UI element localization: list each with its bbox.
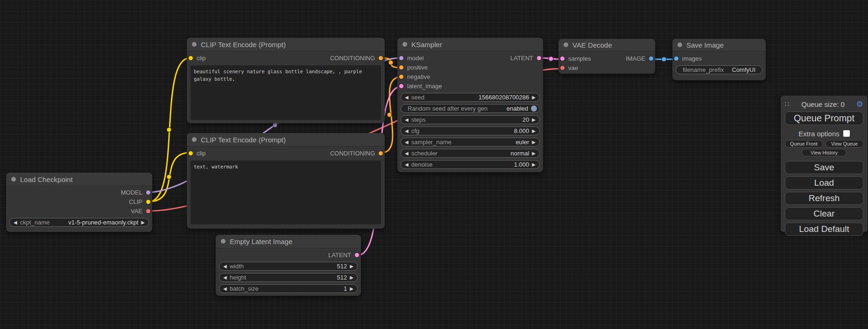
clip-input-pin[interactable]	[188, 56, 193, 61]
node-titlebar[interactable]: CLIP Text Encode (Prompt)	[187, 133, 385, 146]
stepper-left-icon[interactable]: ◀	[405, 162, 409, 167]
node-titlebar[interactable]: CLIP Text Encode (Prompt)	[187, 38, 385, 51]
stepper-left-icon[interactable]: ◀	[405, 129, 409, 133]
stepper-left-icon[interactable]: ◀	[405, 151, 409, 156]
batch-size-widget[interactable]: ◀ batch_size 1 ▶	[219, 284, 358, 293]
node-collapse-dot[interactable]	[192, 137, 197, 142]
stepper-left-icon[interactable]: ◀	[223, 264, 227, 269]
node-collapse-dot[interactable]	[221, 239, 226, 244]
scheduler-widget[interactable]: ◀ scheduler normal ▶	[401, 149, 540, 158]
model-output-pin[interactable]	[146, 190, 151, 195]
link-midpoint-dot[interactable]	[662, 57, 666, 62]
stepper-left-icon[interactable]: ◀	[14, 220, 17, 225]
input-label: latent_image	[407, 83, 442, 90]
output-label: CONDITIONING	[330, 55, 375, 62]
node-titlebar[interactable]: VAE Decode	[558, 39, 655, 51]
stepper-left-icon[interactable]: ◀	[223, 275, 227, 280]
node-titlebar[interactable]: KSampler	[397, 38, 543, 51]
cfg-widget[interactable]: ◀ cfg 8.000 ▶	[401, 126, 540, 135]
stepper-right-icon[interactable]: ▶	[532, 151, 536, 156]
node-save-image[interactable]: Save Image images filename_prefix ComfyU…	[672, 39, 766, 80]
node-title: VAE Decode	[572, 41, 612, 49]
drag-handle-icon[interactable]: ∷	[785, 100, 790, 108]
clip-output-pin[interactable]	[146, 199, 151, 204]
stepper-right-icon[interactable]: ▶	[532, 118, 536, 122]
node-collapse-dot[interactable]	[402, 42, 407, 47]
link-midpoint-dot[interactable]	[549, 56, 553, 61]
node-titlebar[interactable]: Empty Latent Image	[216, 235, 361, 248]
queue-front-button[interactable]: Queue Front	[785, 140, 823, 147]
widget-value: v1-5-pruned-emaonly.ckpt	[68, 219, 138, 226]
samples-input-pin[interactable]	[560, 56, 565, 61]
stepper-left-icon[interactable]: ◀	[223, 287, 227, 291]
node-load-checkpoint[interactable]: Load Checkpoint MODEL CLIP VAE ◀ ckpt_na…	[6, 173, 152, 232]
load-button[interactable]: Load	[785, 176, 863, 189]
sampler-name-widget[interactable]: ◀ sampler_name euler ▶	[401, 138, 540, 147]
settings-gear-icon[interactable]: ⚙	[856, 100, 863, 108]
node-clip-text-encode-negative[interactable]: CLIP Text Encode (Prompt) clip CONDITION…	[187, 133, 385, 229]
node-ksampler[interactable]: KSampler model LATENT positive negative …	[397, 38, 543, 172]
link-midpoint-dot[interactable]	[387, 112, 392, 117]
stepper-left-icon[interactable]: ◀	[405, 118, 409, 122]
stepper-right-icon[interactable]: ▶	[350, 287, 353, 291]
node-collapse-dot[interactable]	[11, 177, 16, 182]
images-input-pin[interactable]	[674, 56, 679, 61]
steps-widget[interactable]: ◀ steps 20 ▶	[401, 115, 540, 124]
random-seed-toggle-widget[interactable]: Random seed after every gen enabled	[401, 104, 540, 113]
load-default-button[interactable]: Load Default	[785, 223, 863, 236]
output-label: CLIP	[129, 198, 142, 205]
node-clip-text-encode-positive[interactable]: CLIP Text Encode (Prompt) clip CONDITION…	[187, 38, 385, 123]
clear-button[interactable]: Clear	[785, 207, 863, 220]
width-widget[interactable]: ◀ width 512 ▶	[219, 262, 358, 271]
link-midpoint-dot[interactable]	[388, 60, 393, 65]
link-midpoint-dot[interactable]	[167, 175, 171, 179]
node-collapse-dot[interactable]	[677, 42, 682, 47]
model-input-pin[interactable]	[399, 56, 404, 61]
latent-image-input-pin[interactable]	[399, 84, 404, 89]
node-vae-decode[interactable]: VAE Decode samples IMAGE vae	[558, 39, 655, 74]
latent-output-pin[interactable]	[354, 252, 360, 258]
prompt-textarea[interactable]: text, watermark	[191, 161, 381, 224]
clip-input-pin[interactable]	[188, 151, 193, 156]
save-button[interactable]: Save	[785, 161, 863, 174]
node-collapse-dot[interactable]	[192, 42, 197, 47]
conditioning-output-pin[interactable]	[378, 151, 383, 156]
node-titlebar[interactable]: Save Image	[672, 39, 766, 51]
stepper-right-icon[interactable]: ▶	[350, 264, 353, 269]
link-midpoint-dot[interactable]	[167, 127, 171, 132]
link-midpoint-dot[interactable]	[273, 123, 277, 127]
toggle-enabled-icon[interactable]	[531, 105, 537, 112]
stepper-right-icon[interactable]: ▶	[141, 220, 145, 225]
image-output-pin[interactable]	[649, 56, 654, 61]
node-titlebar[interactable]: Load Checkpoint	[6, 173, 152, 186]
view-queue-button[interactable]: View Queue	[826, 140, 863, 147]
stepper-right-icon[interactable]: ▶	[532, 95, 536, 100]
ckpt-name-widget[interactable]: ◀ ckpt_name v1-5-pruned-emaonly.ckpt ▶	[9, 218, 149, 227]
stepper-right-icon[interactable]: ▶	[532, 129, 536, 133]
input-label: clip	[197, 55, 206, 62]
height-widget[interactable]: ◀ height 512 ▶	[219, 273, 358, 282]
seed-widget[interactable]: ◀ seed 156680208700286 ▶	[401, 93, 540, 102]
stepper-left-icon[interactable]: ◀	[405, 95, 409, 100]
node-empty-latent-image[interactable]: Empty Latent Image LATENT ◀ width 512 ▶ …	[216, 235, 361, 296]
view-history-button[interactable]: View History	[802, 149, 847, 156]
refresh-button[interactable]: Refresh	[785, 192, 863, 205]
prompt-textarea[interactable]: beautiful scenery nature glass bottle la…	[191, 65, 381, 120]
vae-output-pin[interactable]	[146, 209, 151, 214]
stepper-right-icon[interactable]: ▶	[532, 162, 536, 167]
stepper-right-icon[interactable]: ▶	[350, 275, 353, 280]
widget-value: euler	[515, 139, 529, 146]
negative-input-pin[interactable]	[399, 74, 404, 79]
widget-label: sampler_name	[411, 139, 452, 146]
queue-prompt-button[interactable]: Queue Prompt	[785, 112, 863, 125]
denoise-widget[interactable]: ◀ denoise 1.000 ▶	[401, 160, 540, 169]
stepper-right-icon[interactable]: ▶	[532, 140, 536, 145]
conditioning-output-pin[interactable]	[378, 56, 383, 61]
extra-options-checkbox[interactable]	[843, 130, 850, 137]
positive-input-pin[interactable]	[399, 65, 404, 70]
filename-prefix-widget[interactable]: filename_prefix ComfyUI	[676, 65, 762, 74]
node-collapse-dot[interactable]	[564, 42, 568, 47]
vae-input-pin[interactable]	[560, 65, 565, 70]
stepper-left-icon[interactable]: ◀	[405, 140, 409, 145]
latent-output-pin[interactable]	[536, 56, 542, 61]
